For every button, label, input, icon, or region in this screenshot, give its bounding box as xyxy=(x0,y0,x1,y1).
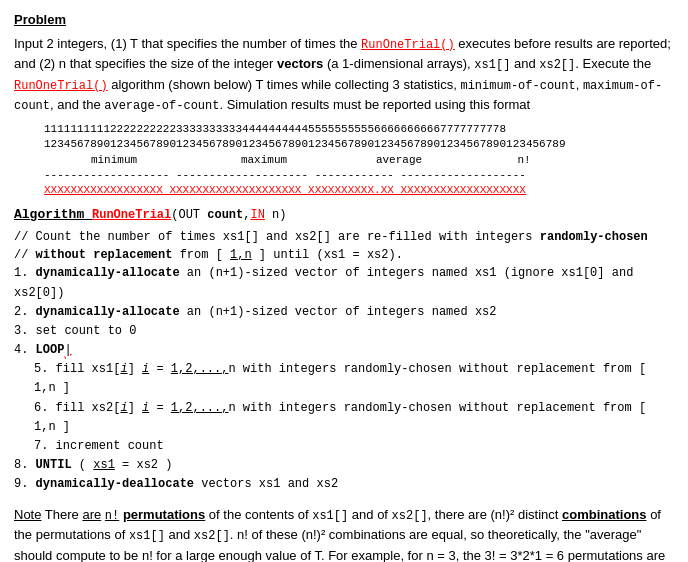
problem-section: Problem Input 2 integers, (1) T that spe… xyxy=(14,10,674,199)
intro-text3a: (a 1-dimensional arrays), xs1[] and xs2[… xyxy=(327,56,651,71)
step4: 4. LOOP| xyxy=(14,341,674,360)
format-dashes: ------------------- --------------------… xyxy=(44,168,674,183)
step9: 9. dynamically-deallocate vectors xs1 an… xyxy=(14,475,674,494)
intro-text4: algorithm (shown below) T times while co… xyxy=(14,77,662,113)
comment2-link: 1,n xyxy=(230,248,252,262)
step6: 6. fill xs2[i] i = 1,2,...,n with intege… xyxy=(14,399,674,437)
comment2-pre: // without replacement from [ xyxy=(14,248,230,262)
step2: 2. dynamically-allocate an (n+1)-sized v… xyxy=(14,303,674,322)
run-one-trial-link1[interactable]: RunOneTrial() xyxy=(361,38,455,52)
col-maximum: maximum xyxy=(184,153,344,168)
step5: 5. fill xs1[i] i = 1,2,...,n with intege… xyxy=(14,360,674,398)
steps-block: 1. dynamically-allocate an (n+1)-sized v… xyxy=(14,264,674,494)
problem-body: Input 2 integers, (1) T that specifies t… xyxy=(14,34,674,116)
format-line1: 1111111111222222222233333333334444444444… xyxy=(44,122,674,137)
comment1-pre: // Count the number of times xs1[] and x… xyxy=(14,230,540,244)
col-average: average xyxy=(344,153,454,168)
step3: 3. set count to 0 xyxy=(14,322,674,341)
col-minimum: minimum xyxy=(44,153,184,168)
vectors-bold: vectors xyxy=(277,56,323,71)
algo-keyword: Algorithm xyxy=(14,207,92,222)
algo-comment2: // without replacement from [ 1,n ] unti… xyxy=(14,246,674,264)
step1: 1. dynamically-allocate an (n+1)-sized v… xyxy=(14,264,674,302)
step7: 7. increment count xyxy=(14,437,674,456)
problem-title: Problem xyxy=(14,10,674,30)
note-section: Note There are n! permutations of the co… xyxy=(14,505,674,562)
algo-comment1: // Count the number of times xs1[] and x… xyxy=(14,228,674,246)
format-block: 1111111111222222222233333333334444444444… xyxy=(44,122,674,199)
format-x-row: XXXXXXXXXXXXXXXXXX XXXXXXXXXXXXXXXXXXXX … xyxy=(44,183,674,198)
intro-text1: Input 2 integers, (1) T that specifies t… xyxy=(14,36,357,51)
algorithm-section: Algorithm RunOneTrial(OUT count,IN n) //… xyxy=(14,205,674,495)
format-line3: minimum maximum average n! xyxy=(44,153,674,168)
step8: 8. UNTIL ( xs1 = xs2 ) xyxy=(14,456,674,475)
format-line2: 1234567890123456789012345678901234567890… xyxy=(44,137,674,152)
run-one-trial-link2[interactable]: RunOneTrial() xyxy=(14,79,108,93)
algo-func-name: RunOneTrial xyxy=(92,208,171,222)
col-nfact: n! xyxy=(454,153,594,168)
algo-header-line: Algorithm RunOneTrial(OUT count,IN n) xyxy=(14,205,674,225)
comment2-post: ] until (xs1 = xs2). xyxy=(252,248,403,262)
note-text: There are n! permutations of the content… xyxy=(14,507,665,562)
algo-params: (OUT count,IN n) xyxy=(171,208,286,222)
note-label: Note xyxy=(14,507,41,522)
randomly-chosen: randomly-chosen xyxy=(540,230,648,244)
